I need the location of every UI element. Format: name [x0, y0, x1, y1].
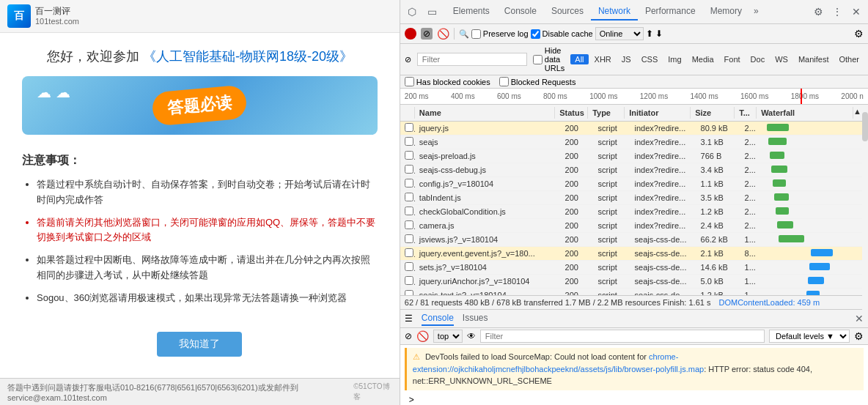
tab-elements[interactable]: Elements: [446, 3, 497, 21]
col-size-header[interactable]: Size: [691, 107, 735, 119]
tab-console-bottom[interactable]: Console: [422, 311, 454, 326]
row-checkbox[interactable]: [405, 193, 413, 201]
table-row[interactable]: seajs-text.js?_v=180104 200 script seajs…: [400, 289, 862, 295]
table-row[interactable]: tabIndent.js 200 script index?redire... …: [400, 191, 862, 205]
row-checkbox[interactable]: [405, 123, 413, 132]
marker-2000: 2000 n: [841, 92, 864, 100]
table-row[interactable]: seajs 200 script index?redire... 3.1 kB …: [400, 135, 862, 149]
confirm-button[interactable]: 我知道了: [157, 332, 242, 357]
tab-console[interactable]: Console: [497, 3, 544, 21]
row-type: script: [594, 150, 630, 162]
filter-types: All XHR JS CSS Img Media Font Doc WS Man…: [570, 54, 864, 64]
row-size: 1.1 kB: [696, 178, 740, 190]
status-bar-right: ©51CTO博客: [353, 382, 392, 402]
row-checkbox[interactable]: [405, 262, 413, 271]
clear-button[interactable]: 🚫: [437, 28, 449, 40]
table-row[interactable]: checkGlobalCondition.js 200 script index…: [400, 205, 862, 219]
devtools-scrollbar[interactable]: [862, 105, 868, 310]
settings-icon[interactable]: ⚙: [811, 4, 825, 19]
table-row[interactable]: sets.js?_v=180104 200 script seajs-css-d…: [400, 261, 862, 275]
col-time-header[interactable]: T...: [735, 107, 757, 119]
network-toolbar: ⊘ 🚫 🔍 Preserve log Disable cache Online …: [400, 24, 868, 44]
table-row[interactable]: jsviews.js?_v=180104 200 script seajs-cs…: [400, 233, 862, 247]
row-checkbox[interactable]: [405, 234, 413, 243]
tab-memory[interactable]: Memory: [703, 3, 749, 21]
console-expand-button[interactable]: >: [405, 393, 864, 406]
filter-xhr[interactable]: XHR: [590, 54, 616, 64]
eye-icon[interactable]: 👁: [467, 331, 476, 341]
filter-font[interactable]: Font: [720, 54, 745, 64]
table-row[interactable]: config.js?_v=180104 200 script index?red…: [400, 177, 862, 191]
tab-network[interactable]: Network: [591, 3, 638, 21]
filter-all[interactable]: All: [570, 54, 588, 64]
download-icon[interactable]: ⬇: [655, 29, 663, 39]
row-checkbox[interactable]: [405, 179, 413, 187]
row-status: 200: [561, 248, 594, 259]
row-type: script: [594, 248, 630, 259]
col-name-header[interactable]: Name: [415, 107, 555, 119]
close-console-icon[interactable]: ✕: [855, 313, 864, 324]
table-row[interactable]: jquery.event.gevent.js?_v=180... 200 scr…: [400, 247, 862, 261]
vertical-dots-icon[interactable]: ⋮: [830, 4, 845, 19]
filter-input[interactable]: [417, 53, 527, 66]
row-checkbox[interactable]: [405, 248, 413, 257]
tab-performance[interactable]: Performance: [638, 3, 703, 21]
search-icon[interactable]: 🔍: [459, 29, 469, 39]
log-level-select[interactable]: Default levels ▼: [769, 330, 850, 343]
page-title-link[interactable]: 《人工智能基础-物联网18级-20级》: [143, 49, 353, 64]
context-select[interactable]: top: [433, 330, 463, 343]
row-checkbox[interactable]: [405, 207, 413, 215]
disable-cache-checkbox[interactable]: [531, 29, 540, 39]
filter-doc[interactable]: Doc: [746, 54, 770, 64]
record-button[interactable]: [405, 28, 416, 40]
row-checkbox[interactable]: [405, 165, 413, 174]
preserve-log-checkbox[interactable]: [471, 29, 481, 39]
settings-network-icon[interactable]: ⚙: [854, 28, 864, 40]
blocked-requests-checkbox[interactable]: [499, 77, 509, 86]
filter-icon[interactable]: ⊘: [405, 55, 411, 64]
table-row[interactable]: seajs-css-debug.js 200 script index?redi…: [400, 163, 862, 177]
table-header: Name Status Type Initiator Size T... Wat…: [400, 105, 862, 122]
tab-more[interactable]: »: [749, 3, 763, 21]
table-row[interactable]: jquery.js 200 script index?redire... 80.…: [400, 122, 862, 135]
row-status: 200: [561, 261, 594, 273]
col-waterfall-header[interactable]: Waterfall: [757, 107, 853, 119]
row-checkbox[interactable]: [405, 137, 413, 146]
row-checkbox[interactable]: [405, 220, 413, 229]
logo-name: 百一测评: [35, 6, 79, 16]
filter-ws[interactable]: WS: [770, 54, 792, 64]
filter-img[interactable]: Img: [663, 54, 685, 64]
tab-sources[interactable]: Sources: [544, 3, 591, 21]
tab-issues[interactable]: Issues: [463, 311, 488, 326]
close-devtools-icon[interactable]: ✕: [849, 4, 864, 19]
filter-css[interactable]: CSS: [637, 54, 663, 64]
stop-button[interactable]: ⊘: [421, 28, 433, 40]
table-row[interactable]: jquery.uriAnchor.js?_v=180104 200 script…: [400, 275, 862, 289]
console-area: ☰ Console Issues ✕ ⊘ 🚫 top 👁 Default lev…: [400, 310, 868, 405]
scrollbar-thumb[interactable]: [862, 112, 868, 141]
row-type: script: [594, 206, 630, 218]
device-icon[interactable]: ▭: [425, 4, 440, 19]
filter-media[interactable]: Media: [688, 54, 718, 64]
inspect-icon[interactable]: ⬡: [405, 4, 419, 19]
row-checkbox[interactable]: [405, 290, 413, 295]
upload-icon[interactable]: ⬆: [646, 29, 653, 39]
console-filter-input[interactable]: [480, 330, 765, 343]
console-settings-icon[interactable]: ⚙: [854, 330, 864, 342]
row-checkbox[interactable]: [405, 151, 413, 160]
filter-other[interactable]: Other: [834, 54, 864, 64]
col-initiator-header[interactable]: Initiator: [625, 107, 691, 119]
filter-js[interactable]: JS: [617, 54, 636, 64]
table-row[interactable]: camera.js 200 script index?redire... 2.4…: [400, 219, 862, 233]
has-blocked-cookies-checkbox[interactable]: [405, 77, 414, 86]
row-checkbox[interactable]: [405, 276, 413, 285]
throttle-select[interactable]: Online Fast 3G Slow 3G: [595, 27, 644, 40]
console-clear-icon[interactable]: 🚫: [416, 330, 429, 342]
col-status-header[interactable]: Status: [555, 107, 588, 119]
col-type-header[interactable]: Type: [588, 107, 625, 119]
row-status: 200: [561, 275, 594, 287]
hide-data-urls-checkbox[interactable]: [533, 55, 542, 64]
logo-icon: 百: [7, 4, 31, 28]
filter-manifest[interactable]: Manifest: [794, 54, 834, 64]
table-row[interactable]: seajs-preload.js 200 script index?redire…: [400, 149, 862, 163]
